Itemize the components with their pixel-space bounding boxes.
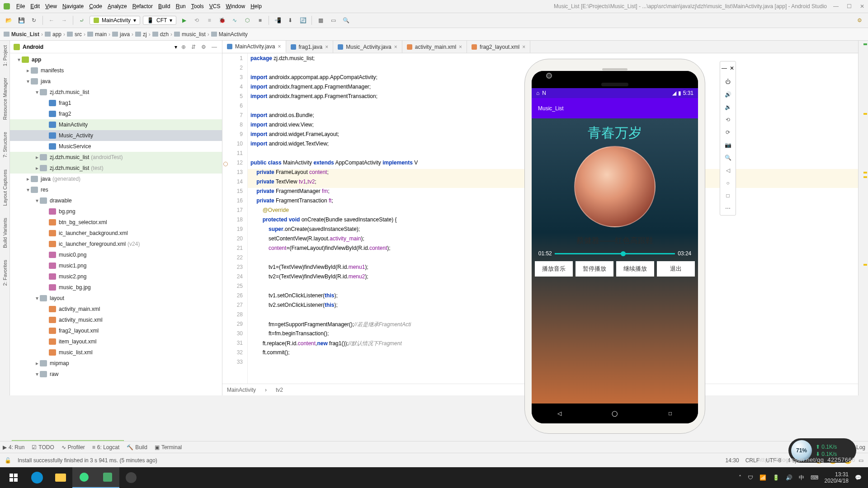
tree-item-music2-png[interactable]: music2.png [10, 271, 222, 282]
player-button[interactable]: 退出 [657, 261, 695, 277]
marker-ok-icon[interactable] [863, 43, 867, 45]
tree-arrow-icon[interactable] [16, 56, 22, 63]
breadcrumb-music_list[interactable]: Music_List [4, 31, 39, 38]
editor-tab-activity-main-xml[interactable]: activity_main.xml× [402, 41, 467, 53]
tree-arrow-icon[interactable] [34, 371, 40, 377]
close-button[interactable]: ✕ [860, 3, 864, 9]
tree-item-mipmap[interactable]: mipmap [10, 358, 222, 369]
tree-arrow-icon[interactable] [34, 295, 40, 301]
structure-icon[interactable]: ▦ [316, 15, 326, 25]
run-button[interactable]: ▶ [179, 15, 189, 25]
debug-button[interactable]: 🐞 [217, 15, 227, 25]
overview-icon[interactable]: □ [726, 192, 729, 199]
crumb-class[interactable]: MainActivity [227, 387, 256, 393]
tree-item-app[interactable]: app [10, 54, 222, 65]
rail-resource-manager[interactable]: Resource Manager [2, 78, 8, 120]
menu-run[interactable]: Run [173, 2, 189, 10]
tree-arrow-icon[interactable] [25, 67, 31, 74]
tree-item-frag2[interactable]: frag2 [10, 108, 222, 119]
player-button[interactable]: 暂停播放 [576, 261, 613, 277]
rail----favorites[interactable]: 2: Favorites [2, 260, 8, 286]
menu-file[interactable]: File [14, 2, 28, 10]
browser-task-icon[interactable] [25, 467, 49, 488]
breadcrumb-music_list[interactable]: music_list [174, 31, 206, 38]
breadcrumb-src[interactable]: src [67, 31, 82, 38]
profiler-tab[interactable]: ∿ Profiler [61, 444, 85, 450]
menu-navigate[interactable]: Navigate [60, 2, 86, 10]
back-icon[interactable]: ◁ [726, 167, 730, 174]
settings-task-icon[interactable] [119, 467, 143, 488]
rail----structure[interactable]: 7: Structure [2, 132, 8, 158]
home-icon[interactable]: ○ [726, 180, 729, 186]
rail-build-variants[interactable]: Build Variants [2, 218, 8, 248]
gear-icon[interactable]: ⚙ [200, 44, 208, 50]
tree-arrow-icon[interactable] [25, 78, 31, 84]
nav-back-button[interactable]: ◁ [555, 409, 563, 418]
camera-icon[interactable]: 📷 [725, 142, 731, 148]
tree-arrow-icon[interactable] [34, 89, 40, 95]
avd-icon[interactable]: 📲 [273, 15, 283, 25]
search-icon[interactable]: 🔍 [341, 15, 351, 25]
tree-item-music-activity[interactable]: Music_Activity [10, 130, 222, 141]
maximize-button[interactable]: ☐ [847, 3, 852, 9]
tree-item-activity-main-xml[interactable]: activity_main.xml [10, 304, 222, 314]
volume-up-icon[interactable]: 🔊 [725, 91, 731, 98]
rail-layout-captures[interactable]: Layout Captures [2, 169, 8, 206]
minimize-icon[interactable]: — [722, 65, 727, 71]
menu-help[interactable]: Help [248, 2, 264, 10]
sdk-icon[interactable]: ⬇ [285, 15, 295, 25]
start-button[interactable] [2, 467, 25, 488]
forward-button[interactable]: → [59, 15, 69, 25]
tree-item-music0-png[interactable]: music0.png [10, 249, 222, 260]
device-dropdown[interactable]: 📱 CFT ▾ [143, 16, 176, 25]
vscode-task-icon[interactable] [96, 467, 119, 488]
more-icon[interactable]: ⋯ [725, 205, 731, 211]
editor-tab-music-activity-java[interactable]: Music_Activity.java× [333, 41, 402, 53]
settings-icon[interactable]: ⚙ [854, 15, 864, 25]
tree-arrow-icon[interactable] [25, 176, 31, 182]
menu-code[interactable]: Code [86, 2, 105, 10]
tree-item-musicservice[interactable]: MusicService [10, 141, 222, 152]
profiler-icon[interactable]: ∿ [230, 15, 240, 25]
seek-bar[interactable] [555, 253, 675, 254]
security-icon[interactable]: 🛡 [748, 474, 753, 481]
save-icon[interactable]: 💾 [16, 15, 26, 25]
todo-tab[interactable]: ☑ TODO [32, 444, 54, 450]
volume-down-icon[interactable]: 🔉 [725, 104, 731, 110]
player-button[interactable]: 继续播放 [616, 261, 654, 277]
tree-item-zj-dzh-music-list[interactable]: zj.dzh.music_list(androidTest) [10, 152, 222, 163]
editor-tab-frag2-layout-xml[interactable]: frag2_layout.xml× [467, 41, 530, 53]
tree-item-zj-dzh-music-list[interactable]: zj.dzh.music_list(test) [10, 163, 222, 174]
project-view-label[interactable]: Android [23, 44, 172, 50]
battery-icon[interactable]: 🔋 [773, 474, 779, 481]
tab-close-icon[interactable]: × [522, 44, 525, 50]
menu-analyze[interactable]: Analyze [105, 2, 130, 10]
tree-item-drawable[interactable]: drawable [10, 195, 222, 206]
tree-item-btn-bg-selector-xml[interactable]: btn_bg_selector.xml [10, 217, 222, 228]
rail----project[interactable]: 1: Project [2, 45, 8, 66]
menu-view[interactable]: View [42, 2, 60, 10]
explorer-task-icon[interactable] [49, 467, 72, 488]
menu-vcs[interactable]: VCS [207, 2, 223, 10]
tree-item-java[interactable]: java(generated) [10, 174, 222, 184]
tree-item-item-layout-xml[interactable]: item_layout.xml [10, 336, 222, 347]
tree-item-music-bg-jpg[interactable]: music_bg.jpg [10, 282, 222, 293]
tree-item-frag1[interactable]: frag1 [10, 98, 222, 108]
lang-icon[interactable]: 中 [799, 474, 804, 482]
attach-debugger-icon[interactable]: ⬡ [242, 15, 252, 25]
sync-gradle-icon[interactable]: 🔄 [298, 15, 308, 25]
apply-changes-icon[interactable]: ⟲ [192, 15, 202, 25]
editor-tab-mainactivity-java[interactable]: MainActivity.java× [222, 41, 286, 53]
wifi-icon[interactable]: 📶 [760, 474, 766, 481]
tree-item-manifests[interactable]: manifests [10, 65, 222, 76]
menu-window[interactable]: Window [223, 2, 248, 10]
tree-item-activity-music-xml[interactable]: activity_music.xml [10, 314, 222, 325]
terminal-tab[interactable]: ▣ Terminal [155, 444, 182, 450]
android-studio-task-icon[interactable] [72, 467, 96, 488]
project-tree[interactable]: appmanifestsjavazj.dzh.music_listfrag1fr… [10, 53, 222, 395]
tree-item-res[interactable]: res [10, 184, 222, 195]
notifications-icon[interactable]: 💬 [855, 474, 862, 481]
locate-icon[interactable]: ⊕ [180, 44, 187, 50]
logcat-tab[interactable]: ≡ 6: Logcat [92, 444, 119, 450]
tree-item-bg-png[interactable]: bg.png [10, 206, 222, 217]
